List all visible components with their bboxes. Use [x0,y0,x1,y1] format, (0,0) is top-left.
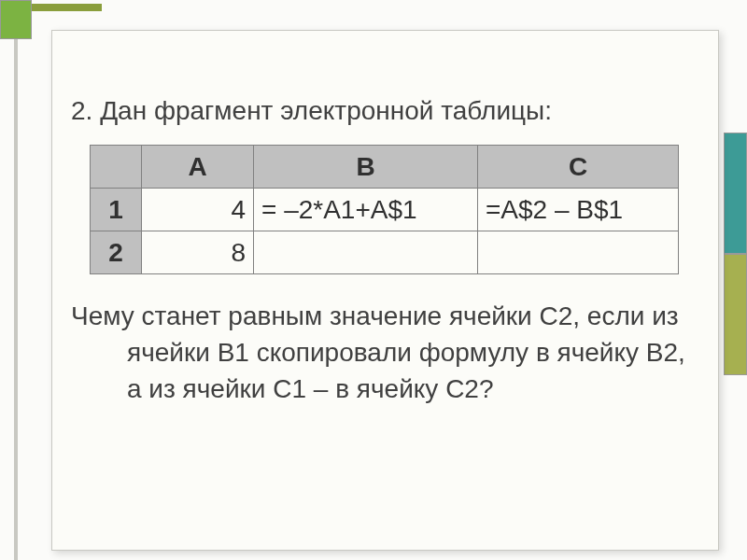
problem-intro-text: 2. Дан фрагмент электронной таблицы: [71,96,699,126]
table-row: 2 8 [91,231,679,274]
cell-a2: 8 [142,231,254,274]
cell-b1: = –2*A1+A$1 [254,189,478,231]
column-header-b: B [254,146,478,189]
cell-b2 [254,231,478,274]
left-decorative-sidebar [0,0,32,560]
column-header-c: C [478,146,679,189]
column-header-a: A [142,146,254,189]
table-header-row: A B C [91,146,679,189]
spreadsheet-fragment-table: A B C 1 4 = –2*A1+A$1 =A$2 – B$1 2 8 [90,145,679,274]
cell-c2 [478,231,679,274]
cell-c1: =A$2 – B$1 [478,189,679,231]
olive-decorative-stripe [32,4,102,11]
problem-question-text: Чему станет равным значение ячейки С2, е… [127,298,699,408]
row-header-1: 1 [91,189,142,231]
olive-decorative-block [724,254,747,375]
right-decorative-sidebar [724,11,747,560]
table-row: 1 4 = –2*A1+A$1 =A$2 – B$1 [91,189,679,231]
corner-cell [91,146,142,189]
cell-a1: 4 [142,189,254,231]
slide-content: 2. Дан фрагмент электронной таблицы: A B… [51,30,719,551]
gray-decorative-line [14,39,18,560]
row-header-2: 2 [91,231,142,274]
green-decorative-block [0,0,32,39]
teal-decorative-block [724,133,747,254]
top-decorative-bar [32,0,747,11]
